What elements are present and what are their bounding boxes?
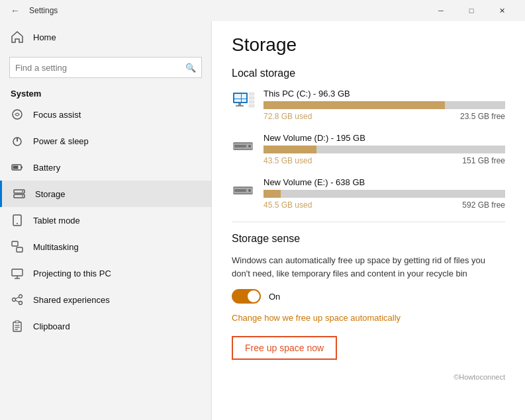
svg-rect-12 [12, 241, 18, 246]
shared-icon [11, 293, 24, 306]
svg-rect-28 [234, 94, 241, 99]
pc-drive-icon [232, 90, 256, 114]
title-bar-left: ← Settings [8, 3, 58, 19]
drive-c-fill [263, 101, 445, 109]
drive-e-icon [232, 179, 256, 202]
sidebar-item-tablet-mode[interactable]: Tablet mode [0, 207, 211, 233]
drive-d-fill [263, 146, 316, 153]
svg-rect-14 [12, 269, 23, 276]
section-divider [232, 222, 505, 222]
sidebar-item-battery[interactable]: Battery [0, 154, 211, 181]
drive-d-name: New Volume (D:) - 195 GB [263, 133, 505, 143]
drive-c-item: This PC (C:) - 96.3 GB 72.8 GB used 23.5… [232, 89, 505, 121]
local-storage-title: Local storage [232, 67, 505, 79]
drive-e-used: 45.5 GB used [263, 200, 312, 210]
multitasking-icon [11, 240, 24, 253]
content-area: Storage Local storage [212, 21, 525, 420]
drive-e-free: 592 GB free [462, 200, 505, 210]
svg-rect-37 [249, 105, 254, 107]
svg-rect-34 [249, 93, 254, 95]
drive-c-used: 72.8 GB used [263, 112, 312, 121]
drive-d-used: 43.5 GB used [263, 156, 312, 165]
storage-sense-title: Storage sense [232, 233, 505, 245]
maximize-button[interactable]: □ [456, 0, 487, 21]
svg-rect-13 [17, 247, 23, 252]
svg-rect-5 [13, 166, 19, 169]
drive-d-free: 151 GB free [462, 156, 505, 165]
system-label: System [0, 83, 211, 101]
drive-e-info: 45.5 GB used 592 GB free [263, 200, 505, 210]
svg-rect-45 [234, 189, 246, 192]
drive-c-bar [263, 101, 505, 109]
toggle-knob [248, 290, 260, 302]
svg-point-0 [13, 110, 22, 119]
svg-rect-35 [249, 97, 254, 99]
drive-d-item: New Volume (D:) - 195 GB 43.5 GB used 15… [232, 133, 505, 165]
sidebar-item-power-sleep[interactable]: Power & sleep [0, 128, 211, 154]
clipboard-icon [11, 319, 24, 333]
svg-rect-36 [249, 101, 254, 103]
sidebar-item-multitasking[interactable]: Multitasking [0, 233, 211, 260]
svg-point-17 [19, 295, 23, 298]
drive-c-details: This PC (C:) - 96.3 GB 72.8 GB used 23.5… [263, 89, 505, 121]
window-controls: ─ □ ✕ [426, 0, 517, 21]
svg-line-21 [16, 300, 19, 302]
search-input[interactable] [15, 63, 185, 73]
storage-sense-toggle[interactable] [232, 289, 261, 304]
svg-point-40 [248, 145, 251, 147]
power-icon [11, 134, 24, 147]
svg-rect-22 [13, 322, 21, 331]
drive-e-fill [263, 190, 281, 198]
storage-icon [13, 187, 26, 200]
sidebar-item-shared-experiences[interactable]: Shared experiences [0, 286, 211, 313]
svg-rect-32 [238, 103, 241, 105]
drive-d-details: New Volume (D:) - 195 GB 43.5 GB used 15… [263, 133, 505, 165]
sidebar-item-home[interactable]: Home [0, 24, 211, 50]
svg-point-18 [13, 298, 16, 302]
svg-rect-4 [21, 167, 23, 169]
svg-rect-41 [234, 145, 246, 147]
drive-d-info: 43.5 GB used 151 GB free [263, 156, 505, 165]
svg-point-19 [19, 302, 23, 305]
projecting-icon [11, 267, 24, 280]
close-button[interactable]: ✕ [487, 0, 517, 21]
sense-description: Windows can automatically free up space … [232, 254, 505, 280]
svg-rect-30 [234, 99, 241, 102]
search-icon: 🔍 [185, 63, 196, 73]
sidebar-item-clipboard[interactable]: Clipboard [0, 313, 211, 339]
page-title: Storage [232, 34, 505, 56]
drive-e-bar [263, 190, 505, 198]
watermark: ©Howtoconnect [232, 370, 505, 381]
svg-rect-23 [15, 321, 19, 323]
minimize-button[interactable]: ─ [426, 0, 456, 21]
drive-c-info: 72.8 GB used 23.5 GB free [263, 112, 505, 121]
free-up-button[interactable]: Free up space now [232, 336, 337, 360]
toggle-row: On [232, 289, 505, 304]
back-button[interactable]: ← [8, 3, 23, 19]
sidebar: Home 🔍 System Focus assist [0, 21, 212, 420]
change-link[interactable]: Change how we free up space automaticall… [232, 313, 505, 323]
svg-point-9 [22, 196, 23, 197]
svg-rect-29 [242, 94, 246, 99]
sidebar-item-focus-assist[interactable]: Focus assist [0, 101, 211, 128]
drive-d-icon [232, 134, 256, 158]
svg-point-44 [248, 189, 251, 192]
toggle-label: On [269, 292, 280, 302]
drive-c-name: This PC (C:) - 96.3 GB [263, 89, 505, 99]
app-body: Home 🔍 System Focus assist [0, 21, 525, 420]
drive-d-bar [263, 146, 505, 153]
tablet-icon [11, 214, 24, 227]
window-title: Settings [29, 6, 58, 15]
drive-e-details: New Volume (E:) - 638 GB 45.5 GB used 59… [263, 177, 505, 210]
svg-rect-33 [236, 105, 244, 106]
drive-e-item: New Volume (E:) - 638 GB 45.5 GB used 59… [232, 177, 505, 210]
drive-c-free: 23.5 GB free [460, 112, 505, 121]
sidebar-item-storage[interactable]: Storage [0, 181, 211, 207]
search-box[interactable]: 🔍 [9, 57, 202, 78]
focus-icon [11, 108, 24, 121]
svg-rect-31 [242, 99, 246, 102]
svg-line-20 [16, 297, 19, 299]
sidebar-item-projecting[interactable]: Projecting to this PC [0, 260, 211, 286]
home-icon [11, 30, 24, 44]
title-bar: ← Settings ─ □ ✕ [0, 0, 525, 21]
